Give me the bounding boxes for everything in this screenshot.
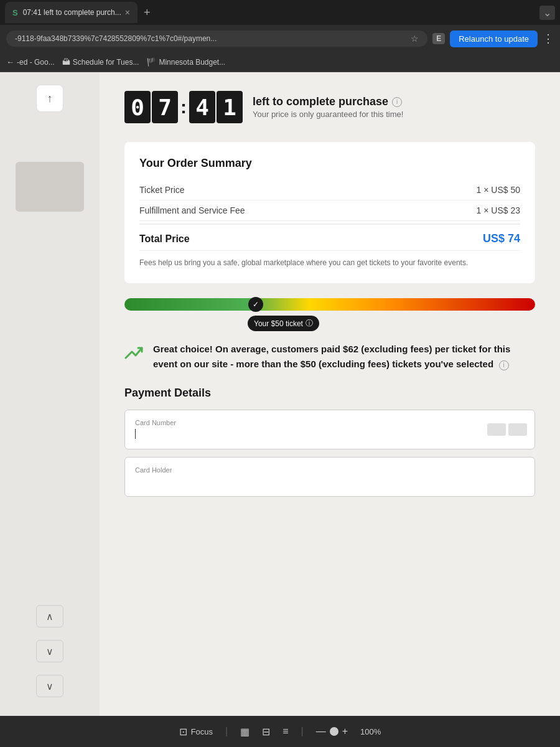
bookmark-label-1: -ed - Goo... — [17, 58, 55, 67]
card-icon-2 — [508, 423, 527, 436]
tab-title: 07:41 left to complete purch... — [23, 8, 121, 17]
zoom-slider-thumb[interactable] — [330, 727, 338, 736]
doc-icon: ⊟ — [262, 726, 270, 738]
value-bar-container: ✓ Your $50 ticket ⓘ — [124, 298, 535, 311]
e-badge: E — [432, 33, 445, 44]
total-price-value: US$ 74 — [483, 232, 520, 245]
bookmark-label-3: Minnesota Budget... — [159, 58, 225, 67]
great-choice-info-icon[interactable]: i — [499, 360, 509, 370]
order-summary-section: Your Order Summary Ticket Price 1 × US$ … — [124, 142, 535, 283]
tab-s-icon: S — [12, 8, 18, 17]
bookmark-label-2: Schedule for Tues... — [73, 58, 139, 67]
timer-info-icon[interactable]: i — [392, 97, 402, 107]
list-view-button[interactable]: ≡ — [282, 726, 288, 737]
share-button[interactable]: ↑ — [36, 85, 63, 112]
page-content: ↑ ∧ ∨ ∨ 0 7 : 4 1 left to complete p — [0, 72, 560, 716]
timer-display: 0 7 : 4 1 — [124, 91, 243, 123]
toolbar-sep-1: | — [225, 726, 228, 737]
timer-sublabel: Your price is only guaranteed for this t… — [253, 110, 535, 119]
address-bar-row: -9118-9faa348b7339%7c7428552809%7c1%7c0#… — [0, 25, 560, 52]
chevron-up-icon: ∧ — [46, 611, 54, 622]
card-icon-1 — [487, 423, 506, 436]
bookmark-item-1[interactable]: ← -ed - Goo... — [6, 57, 55, 67]
focus-icon: ⊡ — [179, 726, 187, 738]
timer-digit-3: 1 — [217, 91, 243, 123]
grid-icon: ▦ — [240, 726, 250, 738]
bookmark-mountain-icon: 🏔 — [62, 57, 70, 67]
chevron-down-icon-1: ∨ — [46, 646, 54, 657]
great-choice-text: Great choice! On average, customers paid… — [153, 342, 535, 372]
card-icons — [487, 423, 527, 436]
card-number-field[interactable]: Card Number — [124, 410, 535, 449]
value-marker: ✓ — [248, 297, 263, 312]
order-summary-title: Your Order Summary — [139, 157, 520, 170]
url-text: -9118-9faa348b7339%7c7428552809%7c1%7c0#… — [15, 34, 407, 43]
payment-title: Payment Details — [124, 387, 535, 400]
bookmark-item-2[interactable]: 🏔 Schedule for Tues... — [62, 57, 139, 67]
relaunch-button[interactable]: Relaunch to update — [450, 31, 538, 47]
timer-text: left to complete purchase i Your price i… — [253, 95, 535, 119]
zoom-level-label: 100% — [360, 727, 381, 736]
zoom-out-button[interactable]: — — [316, 726, 326, 737]
grid-view-button[interactable]: ▦ — [240, 726, 250, 738]
sidebar-image — [16, 162, 84, 212]
sidebar-nav-up-button[interactable]: ∧ — [36, 605, 63, 627]
value-bar: ✓ — [124, 298, 535, 311]
timer-separator: : — [180, 96, 187, 118]
text-cursor — [135, 429, 136, 439]
tab-expand-icon[interactable]: ⌄ — [539, 6, 555, 20]
share-icon: ↑ — [47, 92, 53, 105]
checkmark-icon: ✓ — [253, 300, 259, 309]
total-price-row: Total Price US$ 74 — [139, 223, 520, 251]
value-tooltip: Your $50 ticket ⓘ — [248, 316, 319, 331]
tab-bar: S 07:41 left to complete purch... × + ⌄ — [0, 0, 560, 25]
timer-digit-2: 4 — [189, 91, 215, 123]
tab-close-button[interactable]: × — [125, 7, 130, 17]
bookmark-star-icon[interactable]: ☆ — [411, 34, 419, 44]
service-fee-value: 1 × US$ 23 — [477, 205, 520, 215]
browser-chrome: S 07:41 left to complete purch... × + ⌄ … — [0, 0, 560, 72]
zoom-controls: — + — [316, 726, 348, 737]
main-content: 0 7 : 4 1 left to complete purchase i Yo… — [100, 72, 560, 716]
bottom-toolbar: ⊡ Focus | ▦ ⊟ ≡ | — + 100% — [0, 716, 560, 747]
value-tooltip-text: Your $50 ticket — [254, 319, 303, 328]
service-fee-label: Fulfillment and Service Fee — [139, 205, 245, 215]
sidebar-nav-down-1-button[interactable]: ∨ — [36, 640, 63, 662]
timer-digit-0: 0 — [124, 91, 151, 123]
list-icon: ≡ — [282, 726, 288, 737]
active-tab[interactable]: S 07:41 left to complete purch... × — [5, 2, 138, 23]
focus-button[interactable]: ⊡ Focus — [179, 726, 213, 738]
great-choice-section: Great choice! On average, customers paid… — [124, 342, 535, 372]
bookmark-flag-icon: 🏴 — [146, 57, 156, 67]
great-choice-main-text: Great choice! On average, customers paid… — [153, 344, 510, 369]
fee-note: Fees help us bring you a safe, global ma… — [139, 257, 520, 268]
card-holder-label: Card Holder — [135, 466, 525, 474]
value-info-icon[interactable]: ⓘ — [306, 318, 313, 329]
more-options-icon[interactable]: ⋮ — [543, 32, 554, 45]
focus-label: Focus — [191, 727, 213, 736]
address-bar[interactable]: -9118-9faa348b7339%7c7428552809%7c1%7c0#… — [6, 31, 427, 47]
left-sidebar: ↑ ∧ ∨ ∨ — [0, 72, 100, 716]
timer-digit-1: 7 — [152, 91, 178, 123]
trend-up-icon — [124, 343, 144, 372]
timer-label: left to complete purchase — [253, 95, 388, 108]
bookmark-arrow-icon: ← — [6, 57, 14, 67]
payment-section: Payment Details Card Number Card Holder — [124, 387, 535, 497]
card-holder-field[interactable]: Card Holder — [124, 457, 535, 497]
card-number-label: Card Number — [135, 419, 525, 426]
value-section: ✓ Your $50 ticket ⓘ — [124, 298, 535, 311]
service-fee-row: Fulfillment and Service Fee 1 × US$ 23 — [139, 200, 520, 221]
new-tab-button[interactable]: + — [140, 6, 154, 19]
chevron-down-icon-2: ∨ — [46, 680, 54, 692]
timer-section: 0 7 : 4 1 left to complete purchase i Yo… — [124, 91, 535, 123]
doc-view-button[interactable]: ⊟ — [262, 726, 270, 738]
zoom-in-button[interactable]: + — [342, 726, 348, 737]
bookmarks-bar: ← -ed - Goo... 🏔 Schedule for Tues... 🏴 … — [0, 52, 560, 72]
ticket-price-row: Ticket Price 1 × US$ 50 — [139, 180, 520, 200]
total-price-label: Total Price — [139, 233, 190, 245]
ticket-price-label: Ticket Price — [139, 185, 185, 195]
bookmark-item-3[interactable]: 🏴 Minnesota Budget... — [146, 57, 225, 67]
ticket-price-value: 1 × US$ 50 — [477, 185, 520, 195]
toolbar-sep-2: | — [301, 726, 304, 737]
sidebar-nav-down-2-button[interactable]: ∨ — [36, 675, 63, 697]
